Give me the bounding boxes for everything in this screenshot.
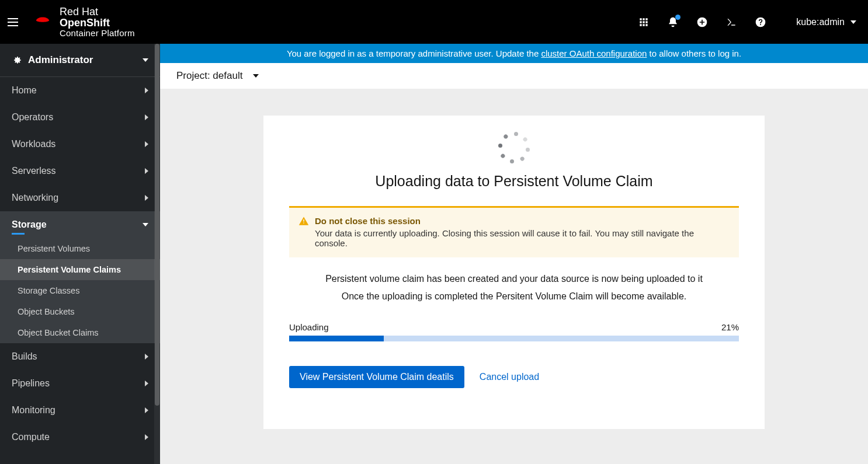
subnav-item-object-buckets[interactable]: Object Buckets [0,301,160,322]
chevron-right-icon [145,407,148,413]
banner-link[interactable]: cluster OAuth configuration [541,48,647,58]
sidebar-scrollbar-track[interactable] [154,44,160,464]
nav-item-label: Builds [12,351,37,362]
sidebar-scrollbar-thumb[interactable] [155,44,159,406]
nav-item-label: Home [12,85,37,96]
redhat-logo-icon [32,13,54,32]
brand[interactable]: Red Hat OpenShift Container Platform [32,6,135,38]
caret-down-icon [253,74,259,78]
upload-status-card: Uploading data to Persistent Volume Clai… [263,116,765,429]
progress-label: Uploading [289,322,329,332]
upload-description: Persistent volume claim has been created… [289,270,739,306]
chevron-right-icon [145,434,148,440]
plus-circle-icon [696,16,708,28]
terminal-button[interactable] [725,16,738,29]
nav-item-serverless[interactable]: Serverless [0,158,160,184]
alert-body: Your data is currently uploading. Closin… [315,228,728,248]
chevron-right-icon [145,88,148,93]
import-button[interactable] [696,16,709,29]
nav-item-monitoring[interactable]: Monitoring [0,397,160,424]
nav-item-networking[interactable]: Networking [0,184,160,211]
chevron-right-icon [145,141,148,147]
nav-item-pipelines[interactable]: Pipelines [0,370,160,397]
brand-vendor: Red Hat [60,6,98,18]
nav-item-label: Compute [12,432,50,442]
perspective-label: Administrator [28,54,93,66]
chevron-right-icon [145,381,148,386]
chevron-right-icon [145,168,148,174]
nav-item-label: Serverless [12,166,56,176]
progress-bar [289,336,739,341]
nav-item-label: Networking [12,193,58,203]
nav-item-home[interactable]: Home [0,77,160,104]
subnav-item-object-bucket-claims[interactable]: Object Bucket Claims [0,322,160,343]
brand-product-name: OpenShift [60,17,110,29]
project-label: Project: default [176,70,242,82]
desc-line-1: Persistent volume claim has been created… [289,270,739,288]
nav-item-label: Monitoring [12,405,55,416]
hamburger-icon [6,15,20,29]
nav-item-label: Storage [12,219,47,230]
chevron-down-icon [143,223,148,226]
project-selector[interactable]: Project: default [160,63,868,89]
terminal-icon [725,16,737,28]
brand-subtitle: Container Platform [60,29,135,38]
question-circle-icon [755,16,766,28]
nav-item-builds[interactable]: Builds [0,343,160,370]
chevron-right-icon [145,195,148,201]
caret-down-icon [850,20,856,24]
app-launcher-button[interactable] [637,16,650,29]
nav-item-compute[interactable]: Compute [0,424,160,451]
desc-line-2: Once the uploading is completed the Pers… [289,288,739,305]
grid-icon [638,16,650,28]
subnav-item-persistent-volumes[interactable]: Persistent Volumes [0,238,160,259]
main-content: You are logged in as a temporary adminis… [160,44,868,464]
loading-spinner [289,133,739,162]
cancel-upload-button[interactable]: Cancel upload [480,372,539,382]
notifications-button[interactable] [666,16,679,29]
masthead-tools: kube:admin [637,16,856,29]
sidebar: Administrator HomeOperatorsWorkloadsServ… [0,44,160,464]
nav-item-workloads[interactable]: Workloads [0,131,160,158]
notification-dot-icon [675,15,680,20]
card-title: Uploading data to Persistent Volume Clai… [289,173,739,190]
nav-item-operators[interactable]: Operators [0,104,160,131]
user-menu[interactable]: kube:admin [796,17,856,27]
banner-prefix: You are logged in as a temporary adminis… [287,48,541,58]
warning-alert: Do not close this session Your data is c… [289,206,739,257]
view-pvc-details-button[interactable]: View Persistent Volume Claim deatils [289,366,464,388]
subnav-item-storage-classes[interactable]: Storage Classes [0,280,160,301]
user-name: kube:admin [796,17,845,27]
login-warning-banner: You are logged in as a temporary adminis… [160,44,868,63]
help-button[interactable] [754,16,767,29]
progress-percent: 21% [721,322,739,332]
brand-text: Red Hat OpenShift Container Platform [60,6,135,38]
spinner-icon [499,133,529,162]
perspective-switcher[interactable]: Administrator [0,44,160,77]
caret-down-icon [143,58,148,62]
masthead: Red Hat OpenShift Container Platform kub… [0,0,868,44]
progress-fill [289,336,384,341]
chevron-right-icon [145,114,148,120]
warning-triangle-icon [298,216,309,229]
nav-item-storage[interactable]: Storage [0,211,160,238]
nav-item-label: Pipelines [12,378,50,389]
nav-item-label: Operators [12,112,53,123]
nav-item-label: Workloads [12,139,55,149]
nav-toggle-button[interactable] [0,15,26,29]
banner-suffix: to allow others to log in. [647,48,741,58]
chevron-right-icon [145,354,148,360]
subnav-item-persistent-volume-claims[interactable]: Persistent Volume Claims [0,259,160,280]
alert-title: Do not close this session [315,216,728,226]
gear-icon [12,55,22,65]
